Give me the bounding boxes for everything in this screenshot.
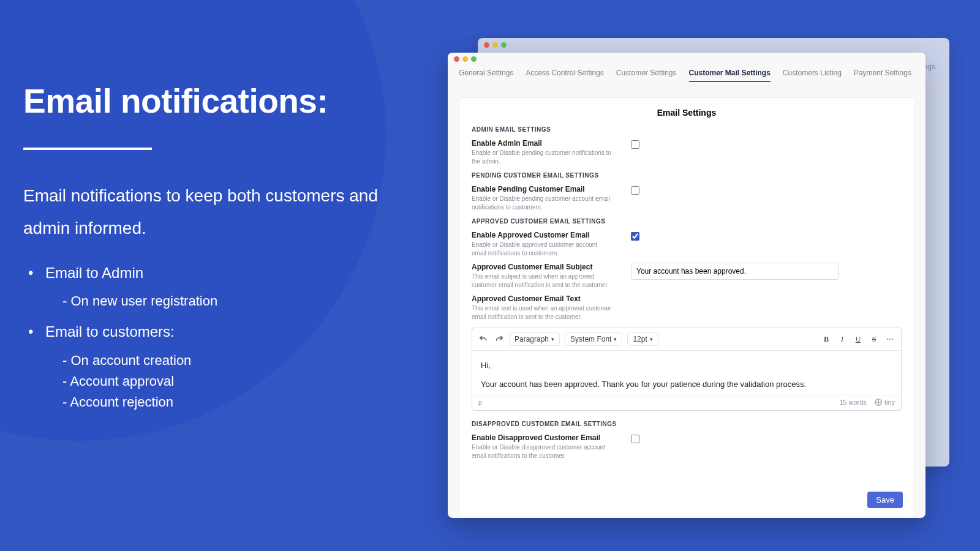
promo-title: Email notifications: — [23, 83, 385, 120]
underline-icon[interactable]: U — [853, 334, 863, 344]
window-min-dot[interactable] — [462, 56, 468, 62]
checkbox-enable-approved-email[interactable] — [631, 232, 639, 241]
italic-icon[interactable]: I — [837, 334, 847, 344]
tab-customer-mail-settings[interactable]: Customer Mail Settings — [689, 69, 771, 82]
field-label: Approved Customer Email Text — [472, 294, 612, 303]
section-admin-heading: ADMIN EMAIL SETTINGS — [472, 126, 902, 133]
undo-icon[interactable] — [478, 334, 488, 344]
tab-access-control-settings[interactable]: Access Control Settings — [526, 69, 603, 82]
editor-line: Your account has been approved. Thank yo… — [481, 378, 892, 391]
checkbox-enable-disapproved-email[interactable] — [631, 435, 639, 443]
editor-footer: p 15 words tiny — [472, 395, 901, 410]
promo-bullet-label: Email to Admin — [45, 264, 143, 281]
block-format-value: Paragraph — [514, 335, 549, 343]
promo-sub-item: On account creation — [62, 350, 385, 371]
block-format-select[interactable]: Paragraph ▾ — [509, 332, 560, 346]
row-approved-subject: Approved Customer Email Subject This ema… — [472, 263, 902, 290]
promo-sub-item: On new user registration — [62, 291, 385, 312]
tab-customer-settings[interactable]: Customer Settings — [616, 69, 677, 82]
row-enable-disapproved-email: Enable Disapproved Customer Email Enable… — [472, 433, 902, 460]
font-size-value: 12pt — [633, 335, 647, 343]
chevron-down-icon: ▾ — [551, 336, 554, 342]
row-enable-pending-email: Enable Pending Customer Email Enable or … — [472, 185, 902, 212]
field-desc: This email subject is used when an appro… — [472, 272, 612, 290]
promo-bullet-label: Email to customers: — [45, 323, 175, 340]
field-label: Enable Admin Email — [472, 139, 612, 148]
field-desc: Enable or Disable approved customer acco… — [472, 241, 612, 258]
chevron-down-icon: ▾ — [650, 336, 653, 342]
window-titlebar — [448, 53, 925, 65]
section-approved-heading: APPROVED CUSTOMER EMAIL SETTINGS — [472, 218, 902, 225]
promo-divider — [23, 148, 152, 150]
tabs: General Settings Access Control Settings… — [448, 65, 925, 86]
font-size-select[interactable]: 12pt ▾ — [627, 332, 658, 346]
row-approved-text: Approved Customer Email Text This email … — [472, 294, 902, 321]
tab-general-settings[interactable]: General Settings — [459, 69, 513, 82]
promo-sub-item: Account rejection — [62, 392, 385, 413]
field-desc: Enable or Disable pending customer accou… — [472, 195, 612, 212]
more-icon[interactable]: ⋯ — [885, 334, 895, 344]
section-disapproved-heading: DISAPPROVED CUSTOMER EMAIL SETTINGS — [472, 421, 902, 427]
editor-word-count: 15 words — [839, 399, 867, 406]
chevron-down-icon: ▾ — [614, 336, 617, 342]
tiny-badge: tiny — [874, 398, 895, 407]
tiny-brand-label: tiny — [884, 399, 895, 406]
card-title: Email Settings — [472, 108, 902, 118]
tab-customers-listing[interactable]: Customers Listing — [783, 69, 842, 82]
redo-icon[interactable] — [494, 334, 504, 344]
field-label: Approved Customer Email Subject — [472, 263, 612, 271]
window-close-dot — [484, 42, 489, 48]
field-label: Enable Disapproved Customer Email — [472, 433, 612, 442]
editor-content[interactable]: Hi, Your account has been approved. Than… — [472, 351, 901, 395]
tab-payment-settings[interactable]: Payment Settings — [854, 69, 911, 82]
row-enable-approved-email: Enable Approved Customer Email Enable or… — [472, 231, 902, 258]
checkbox-enable-admin-email[interactable] — [631, 140, 639, 149]
email-settings-card: Email Settings ADMIN EMAIL SETTINGS Enab… — [459, 97, 914, 517]
settings-window: General Settings Access Control Settings… — [448, 53, 925, 518]
field-label: Enable Pending Customer Email — [472, 185, 612, 193]
promo-sub-item: Account approval — [62, 371, 385, 392]
window-close-dot[interactable] — [454, 56, 459, 62]
field-label: Enable Approved Customer Email — [472, 231, 612, 239]
promo-panel: Email notifications: Email notifications… — [23, 83, 385, 421]
promo-bullet-admin: Email to Admin On new user registration — [23, 261, 385, 312]
strikethrough-icon[interactable]: S — [869, 334, 879, 344]
field-desc: This email text is used when an approved… — [472, 304, 612, 321]
row-enable-admin-email: Enable Admin Email Enable or Disable pen… — [472, 139, 902, 166]
save-button[interactable]: Save — [867, 492, 903, 508]
rich-text-editor: Paragraph ▾ System Font ▾ 12pt ▾ B I U S… — [472, 328, 902, 411]
editor-toolbar: Paragraph ▾ System Font ▾ 12pt ▾ B I U S… — [472, 328, 901, 351]
font-family-select[interactable]: System Font ▾ — [565, 332, 622, 346]
bold-icon[interactable]: B — [821, 334, 831, 344]
promo-bullet-customers: Email to customers: On account creation … — [23, 320, 385, 413]
window-titlebar-back — [478, 38, 949, 51]
editor-line: Hi, — [481, 359, 892, 372]
field-desc: Enable or Disable disapproved customer a… — [472, 443, 612, 460]
editor-status-path: p — [478, 399, 482, 406]
section-pending-heading: PENDING CUSTOMER EMAIL SETTINGS — [472, 172, 902, 179]
font-family-value: System Font — [570, 335, 611, 343]
checkbox-enable-pending-email[interactable] — [631, 186, 639, 195]
promo-lead: Email notifications to keep both custome… — [23, 179, 385, 244]
window-min-dot — [492, 42, 498, 48]
window-max-dot[interactable] — [471, 56, 477, 62]
window-max-dot — [501, 42, 507, 48]
field-desc: Enable or Disable pending customer notif… — [472, 149, 612, 166]
input-approved-subject[interactable] — [631, 263, 839, 280]
